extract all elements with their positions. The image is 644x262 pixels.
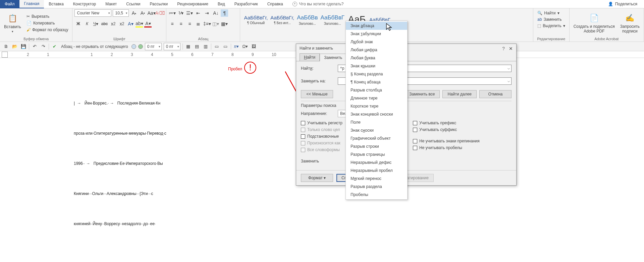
menu-item[interactable]: Мягкий перенос (346, 175, 407, 183)
style-item-0[interactable]: АаБбВвГг,¶ Обычный (243, 10, 269, 29)
merge-icon[interactable]: ▭ (222, 43, 229, 50)
less-button[interactable]: << Меньше (301, 90, 333, 98)
row-above-icon[interactable]: ▤ (194, 43, 200, 50)
justify-icon[interactable]: ≣ (195, 20, 202, 27)
tab-insert[interactable]: Вставка (44, 0, 68, 8)
adobe-create-button[interactable]: 📄Создать и поделиться Adobe PDF (572, 9, 617, 37)
row-below-icon[interactable]: ▥ (202, 43, 209, 50)
menu-item[interactable]: Знак табуляции (346, 30, 407, 38)
indent-icon[interactable]: ⇥ (203, 9, 211, 17)
outdent-icon[interactable]: ⇤ (195, 9, 202, 17)
menu-item[interactable]: Длинное тире (346, 94, 407, 102)
open-icon[interactable]: 📂 (11, 43, 18, 50)
redo-icon[interactable]: ↷ (40, 43, 47, 50)
menu-item[interactable]: Любая цифра (346, 46, 407, 54)
bold-button[interactable]: Ж (74, 20, 82, 27)
omega-icon[interactable]: Ω▾ (242, 43, 249, 50)
tab-view[interactable]: Вид (213, 0, 230, 8)
cancel-button[interactable]: Отмена (479, 90, 512, 98)
find-next-button[interactable]: Найти далее (442, 90, 477, 98)
paste-button[interactable]: 📋 Вставить ▾ (2, 9, 23, 37)
tab-review[interactable]: Рецензирование (172, 0, 213, 8)
shrink-font-icon[interactable]: A▾ (139, 9, 146, 17)
dialog-tab-find[interactable]: Найти (300, 53, 320, 61)
menu-item[interactable]: Разрыв раздела (346, 183, 407, 191)
line-spacing-icon[interactable]: ‡≡▾ (203, 20, 211, 27)
menu-item[interactable]: Короткое тире (346, 102, 407, 110)
menu-item[interactable]: Неразрывный дефис (346, 158, 407, 167)
checkbox[interactable] (413, 128, 417, 132)
menu-item[interactable]: Разрыв строки (346, 142, 407, 150)
clear-format-icon[interactable]: A⌫ (156, 9, 164, 17)
menu-item[interactable]: Неразрывный пробел (346, 167, 407, 175)
style-item-2[interactable]: АаБбВвЗаголово... (296, 10, 319, 29)
table-icon[interactable]: ▦ (185, 43, 192, 50)
menu-item[interactable]: Знак абзаца (346, 22, 407, 30)
style-item-1[interactable]: АаБбВвГг,¶ Без инт... (269, 10, 295, 29)
checkbox[interactable] (301, 134, 305, 139)
checkbox[interactable] (413, 121, 417, 125)
grow-font-icon[interactable]: A▴ (130, 9, 138, 17)
subscript-button[interactable]: x2 (109, 20, 117, 27)
picture-icon[interactable]: 🖼 (251, 43, 257, 50)
replace-button[interactable]: abЗаменить (536, 16, 566, 22)
sort-icon[interactable]: A↓ (212, 9, 219, 17)
font-name-select[interactable]: Courier New (74, 9, 111, 17)
highlight-icon[interactable]: ab▾ (136, 20, 143, 27)
format-button[interactable]: Формат ▾ (301, 174, 333, 182)
menu-item[interactable]: Любой знак (346, 38, 407, 46)
menu-item[interactable]: ¶ Конец абзаца (346, 78, 407, 86)
undo-icon[interactable]: ↶ (31, 43, 38, 50)
find-button[interactable]: 🔍Найти▾ (536, 10, 566, 16)
new-doc-icon[interactable]: 🗎 (3, 43, 9, 50)
menu-item[interactable]: § Конец раздела (346, 70, 407, 78)
pi-icon[interactable]: π▾ (233, 43, 240, 50)
checkmark-icon[interactable]: ✔ (51, 43, 58, 50)
multilevel-icon[interactable]: ☰▾ (186, 9, 193, 17)
pt-input-1[interactable]: 0 пт (145, 43, 162, 50)
tab-mailings[interactable]: Рассылки (145, 0, 172, 8)
menu-item[interactable]: Знак концевой сноски (346, 110, 407, 118)
tab-help[interactable]: Справка (263, 0, 288, 8)
menu-item[interactable]: Любая буква (346, 54, 407, 62)
tab-selector[interactable] (2, 52, 8, 58)
show-marks-icon[interactable]: ¶ (221, 9, 228, 17)
tab-developer[interactable]: Разработчик (230, 0, 263, 8)
tab-design[interactable]: Конструктор (68, 0, 101, 8)
strikethrough-button[interactable]: abc (101, 20, 108, 27)
menu-item[interactable]: Разрыв столбца (346, 86, 407, 94)
adobe-sign-button[interactable]: ✍Запросить подписи (618, 9, 642, 37)
pt-input-2[interactable]: 0 пт (164, 43, 180, 50)
bullets-icon[interactable]: ≔▾ (168, 9, 176, 17)
menu-item[interactable]: Графический объект (346, 134, 407, 142)
font-size-select[interactable]: 10,5 (113, 9, 129, 17)
borders-icon[interactable]: ▦▾ (221, 20, 228, 27)
dot-icon-1[interactable] (131, 44, 136, 49)
align-left-icon[interactable]: ≡ (168, 20, 176, 27)
tab-file[interactable]: Файл (0, 0, 19, 8)
text-effects-icon[interactable]: A▾ (127, 20, 134, 27)
format-painter-button[interactable]: 🖌Формат по образцу (25, 27, 70, 33)
checkbox[interactable] (301, 121, 305, 125)
tab-home[interactable]: Главная (19, 0, 44, 8)
menu-item[interactable]: Знак сноски (346, 126, 407, 134)
save-icon[interactable]: 💾 (20, 43, 27, 50)
cut-button[interactable]: Вырезать (25, 13, 70, 19)
numbering-icon[interactable]: ⅟▾ (177, 9, 184, 17)
menu-item[interactable]: Знак крышки (346, 62, 407, 70)
checkbox[interactable] (413, 139, 417, 143)
copy-button[interactable]: 📄Копировать (25, 20, 70, 26)
font-color-icon[interactable]: A▾ (144, 20, 152, 27)
split-icon[interactable]: ▭ (213, 43, 220, 50)
menu-item[interactable]: Разрыв страницы (346, 150, 407, 158)
tab-layout[interactable]: Макет (101, 0, 121, 8)
help-icon[interactable]: ? (502, 46, 505, 51)
tab-references[interactable]: Ссылки (121, 0, 145, 8)
style-item-3[interactable]: АаБбВвГЗаголово... (319, 10, 345, 29)
align-center-icon[interactable]: ≡ (177, 20, 184, 27)
italic-button[interactable]: К (83, 20, 91, 27)
change-case-icon[interactable]: Aa▾ (148, 9, 155, 17)
menu-item[interactable]: Поле (346, 118, 407, 126)
dialog-tab-replace[interactable]: Заменить (320, 54, 346, 61)
select-button[interactable]: ⬚Выделить▾ (536, 23, 566, 29)
